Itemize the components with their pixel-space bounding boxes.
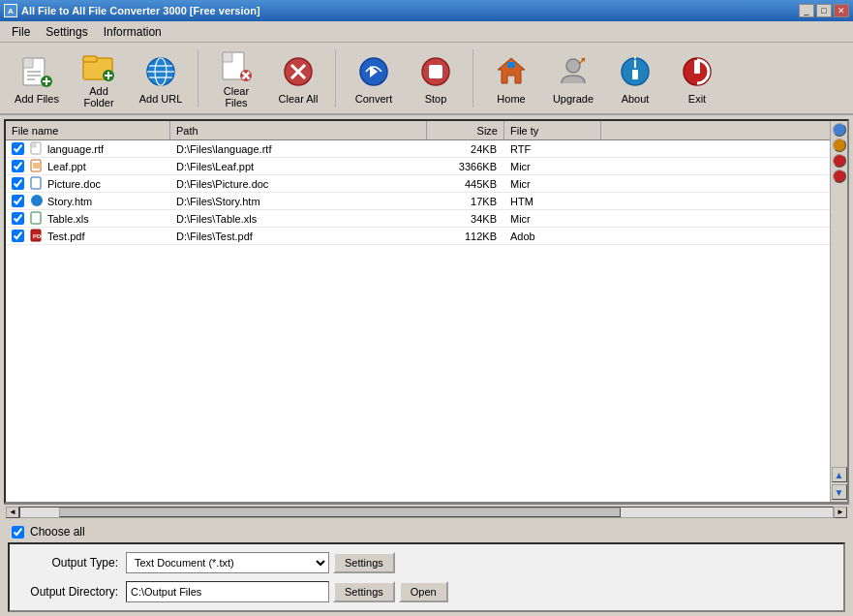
table-row[interactable]: Picture.doc D:\Files\Picture.doc 445KB M… [6,175,830,193]
file-list-main: File name Path Size File ty [6,121,830,502]
menu-information[interactable]: Information [96,23,169,41]
file-name-0: language.rtf [47,143,104,155]
home-icon [492,52,531,91]
cell-size-4: 34KB [427,212,504,226]
convert-button[interactable]: Convert [345,46,403,109]
choose-all-checkbox[interactable] [12,526,24,539]
file-name-2: Picture.doc [47,178,101,190]
file-checkbox-2[interactable] [12,177,24,190]
minimize-button[interactable]: _ [799,4,814,17]
maximize-button[interactable]: □ [816,4,832,17]
output-settings-button[interactable]: Settings [333,552,395,573]
menu-file[interactable]: File [4,23,38,41]
table-row[interactable]: PDF Test.pdf D:\Files\Test.pdf 112KB Ado… [6,228,830,245]
upgrade-button[interactable]: Upgrade [544,46,602,109]
svg-rect-19 [223,52,232,62]
file-list-container: File name Path Size File ty [4,119,849,504]
sidebar-down-button[interactable]: ▼ [832,484,847,500]
menu-settings[interactable]: Settings [38,23,95,41]
add-folder-label: Add Folder [74,85,124,108]
file-icon-0 [30,141,44,157]
home-label: Home [497,93,525,105]
file-checkbox-5[interactable] [12,230,24,242]
menu-bar: File Settings Information [0,21,853,43]
clear-files-button[interactable]: Clear Files [207,46,265,109]
open-button[interactable]: Open [399,581,448,602]
add-files-label: Add Files [15,93,59,105]
hscroll-left-button[interactable]: ◄ [6,507,19,518]
sidebar-btn-orange[interactable] [833,139,846,152]
home-button[interactable]: Home [482,46,540,109]
add-files-button[interactable]: Add Files [8,46,66,109]
table-row[interactable]: Leaf.ppt D:\Files\Leaf.ppt 3366KB Micr [6,158,830,175]
output-type-select[interactable]: Text Document (*.txt) PDF Document (*.pd… [126,552,329,573]
file-name-1: Leaf.ppt [47,161,86,172]
hscroll-right-button[interactable]: ► [834,507,847,518]
clear-files-icon [217,48,256,83]
cell-name-3: Story.htm [6,193,170,210]
exit-button[interactable]: Exit [668,46,726,109]
stop-button[interactable]: Stop [407,46,465,109]
output-directory-label: Output Directory: [21,585,118,599]
file-checkbox-1[interactable] [12,160,24,172]
file-icon-1 [30,159,44,174]
cell-path-1: D:\Files\Leaf.ppt [170,160,427,173]
cell-size-5: 112KB [427,230,504,243]
output-type-row: Output Type: Text Document (*.txt) PDF D… [21,552,832,573]
col-header-path[interactable]: Path [170,121,427,139]
window-title: All File to All File Converter 3000 [Fre… [21,5,260,16]
directory-settings-button[interactable]: Settings [333,581,395,602]
col-header-size[interactable]: Size [427,121,504,139]
col-header-type[interactable]: File ty [504,121,601,139]
cell-type-5: Adob [504,230,601,243]
col-header-name[interactable]: File name [6,121,170,139]
file-list-body: language.rtf D:\Files\language.rtf 24KB … [6,140,830,502]
file-icon-5: PDF [30,229,44,244]
sidebar-btn-red2[interactable] [833,169,846,183]
output-directory-input[interactable] [126,581,329,602]
file-checkbox-4[interactable] [12,212,24,225]
file-icon-4 [30,211,44,227]
about-button[interactable]: i About [606,46,664,109]
cell-type-4: Micr [504,212,601,226]
cell-path-4: D:\Files\Table.xls [170,212,427,226]
file-checkbox-0[interactable] [12,142,24,155]
table-row[interactable]: language.rtf D:\Files\language.rtf 24KB … [6,140,830,158]
cell-type-0: RTF [504,142,601,156]
svg-rect-1 [23,58,33,68]
add-files-icon [17,52,56,91]
svg-rect-40 [31,142,36,147]
table-row[interactable]: Story.htm D:\Files\Story.htm 17KB HTM [6,193,830,210]
hscroll-thumb[interactable] [59,508,621,517]
cell-path-3: D:\Files\Story.htm [170,195,427,208]
add-url-button[interactable]: Add URL [132,46,190,109]
sidebar-btn-blue1[interactable] [833,123,846,137]
cell-path-5: D:\Files\Test.pdf [170,230,427,243]
svg-rect-38 [694,60,700,74]
svg-point-31 [566,59,580,73]
add-url-label: Add URL [139,93,183,105]
hscroll-track[interactable] [19,507,834,518]
file-checkbox-3[interactable] [12,195,24,207]
stop-icon [416,52,455,91]
hscrollbar-container: ◄ ► [4,504,849,519]
sidebar-up-button[interactable]: ▲ [832,467,847,482]
sidebar-btn-red[interactable] [833,154,846,168]
clear-all-button[interactable]: Clear All [269,46,327,109]
cell-size-3: 17KB [427,195,504,208]
upgrade-label: Upgrade [553,93,594,105]
choose-all-label: Choose all [30,525,85,539]
output-section: Output Type: Text Document (*.txt) PDF D… [8,542,845,612]
title-controls[interactable]: _ □ ✕ [799,4,849,17]
cell-name-4: Table.xls [6,210,170,228]
clear-files-label: Clear Files [211,85,261,108]
svg-rect-9 [83,56,97,62]
table-row[interactable]: Table.xls D:\Files\Table.xls 34KB Micr [6,210,830,228]
cell-size-2: 445KB [427,177,504,191]
add-folder-button[interactable]: Add Folder [70,46,128,109]
close-button[interactable]: ✕ [834,4,849,17]
cell-type-2: Micr [504,177,601,191]
clear-all-icon [279,52,318,91]
convert-label: Convert [355,93,393,105]
cell-name-5: PDF Test.pdf [6,228,170,245]
